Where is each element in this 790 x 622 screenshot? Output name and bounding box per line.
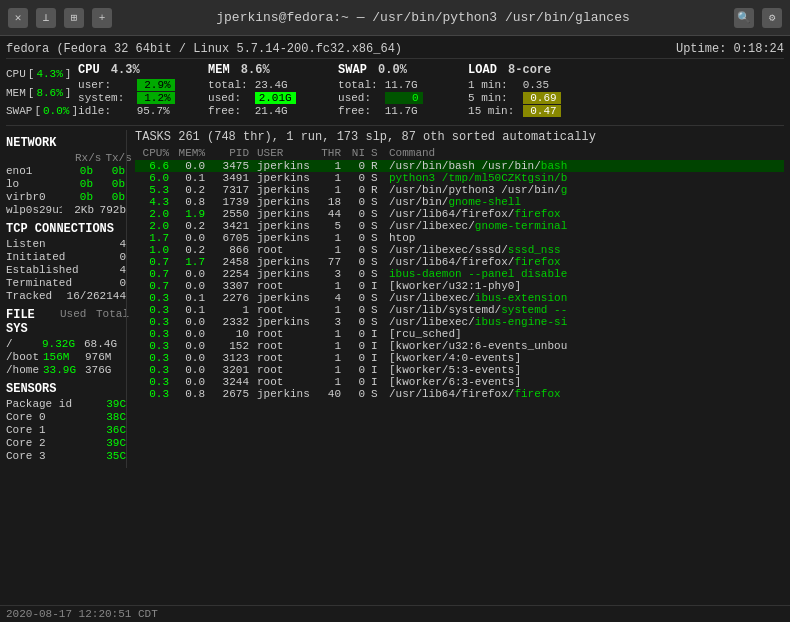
network-virbr0-tx: 0b [97,191,125,203]
proc-cpu: 1.0 [135,244,173,256]
proc-cmd: /usr/bin/python3 /usr/bin/g [385,184,784,196]
fs-boot-total: 976M [85,351,111,363]
proc-mem: 0.1 [173,292,211,304]
cpu-mini-label: CPU [6,65,26,84]
table-row: 0.30.03123root10I[kworker/4:0-events] [135,352,784,364]
table-row: 0.30.010root10I[rcu_sched] [135,328,784,340]
proc-status: I [369,340,385,352]
proc-mem: 0.0 [173,352,211,364]
table-row: 0.30.82675jperkins400S/usr/lib64/firefox… [135,388,784,400]
load-stats: LOAD 8-core 1 min: 0.35 5 min: 0.69 15 m… [468,63,588,118]
table-row: 4.30.81739jperkins180S/usr/bin/gnome-she… [135,196,784,208]
proc-thr: 3 [313,268,345,280]
proc-cpu: 1.7 [135,232,173,244]
proc-pid: 2254 [211,268,253,280]
proc-cpu: 0.3 [135,364,173,376]
tcp-initiated-val: 0 [119,251,126,263]
network-virbr0-rx: 0b [65,191,93,203]
network-wlp-tx: 792b [98,204,126,216]
mem-label: MEM [208,63,230,77]
proc-cmd: /usr/libexec/ibus-engine-si [385,316,784,328]
swap-total-label: total: [338,79,378,91]
settings-button[interactable]: ⚙ [762,8,782,28]
load-cores: 8-core [508,63,551,77]
network-col-name-header [6,152,71,164]
mem-free-label: free: [208,105,248,117]
close-button[interactable]: ✕ [8,8,28,28]
mem-stats: MEM 8.6% total: 23.4G used: 2.01G free: … [208,63,338,118]
proc-cmd: ibus-daemon --panel disable [385,268,784,280]
sensors-section: SENSORS Package id 39C Core 0 38C Core 1… [6,382,126,462]
new-tab-button[interactable]: + [92,8,112,28]
proc-ni: 0 [345,280,369,292]
col-ni-header: NI [345,147,369,159]
swap-label: SWAP [338,63,367,77]
sensors-core1-row: Core 1 36C [6,424,126,436]
proc-thr: 1 [313,184,345,196]
proc-mem: 0.2 [173,220,211,232]
proc-ni: 0 [345,268,369,280]
proc-status: S [369,172,385,184]
proc-mem: 0.0 [173,232,211,244]
proc-user: root [253,328,313,340]
proc-ni: 0 [345,304,369,316]
minimize-button[interactable]: ⊥ [36,8,56,28]
proc-thr: 1 [313,172,345,184]
tcp-tracked-val: 16/262144 [67,290,126,302]
proc-ni: 0 [345,256,369,268]
network-wlp-row: wlp0s29u1u2 2Kb 792b [6,204,126,216]
col-user-header: USER [253,147,313,159]
proc-thr: 44 [313,208,345,220]
mem-free-val: 21.4G [255,105,288,117]
fs-root-row: / 9.32G 68.4G [6,338,126,350]
proc-ni: 0 [345,232,369,244]
proc-user: jperkins [253,220,313,232]
proc-cmd: htop [385,232,784,244]
proc-pid: 3244 [211,376,253,388]
swap-free-label: free: [338,105,378,117]
maximize-button[interactable]: ⊞ [64,8,84,28]
stats-row: CPU [ 4.3% ] MEM [ 8.6% ] SWAP [ 0.0% ] … [6,63,784,126]
proc-mem: 0.0 [173,328,211,340]
proc-user: jperkins [253,208,313,220]
network-wlp-name: wlp0s29u1u2 [6,204,62,216]
proc-pid: 3491 [211,172,253,184]
search-button[interactable]: 🔍 [734,8,754,28]
titlebar: ✕ ⊥ ⊞ + jperkins@fedora:~ — /usr/bin/pyt… [0,0,790,36]
filesys-total-header: Total [96,308,129,336]
proc-status: S [369,196,385,208]
table-row: 0.70.02254jperkins30Sibus-daemon --panel… [135,268,784,280]
table-row: 5.30.27317jperkins10R/usr/bin/python3 /u… [135,184,784,196]
proc-thr: 1 [313,376,345,388]
fs-root-name: / [6,338,38,350]
uptime: Uptime: 0:18:24 [676,42,784,56]
swap-total-val: 11.7G [385,79,418,91]
cpu-stats: CPU 4.3% user: 2.9% system: 1.2% idle: 9… [78,63,208,118]
swap-mini-label-row: SWAP [ 0.0% ] [6,102,78,121]
table-row: 0.71.72458jperkins770S/usr/lib64/firefox… [135,256,784,268]
timestamp: 2020-08-17 12:20:51 CDT [6,608,158,620]
mem-total-label: total: [208,79,248,91]
proc-ni: 0 [345,172,369,184]
network-eno1-row: eno1 0b 0b [6,165,126,177]
swap-free-val: 11.7G [385,105,418,117]
proc-status: S [369,220,385,232]
proc-cpu: 0.3 [135,352,173,364]
table-row: 2.00.23421jperkins50S/usr/libexec/gnome-… [135,220,784,232]
process-list: 6.60.03475jperkins10R/usr/bin/bash /usr/… [135,160,784,400]
sensors-core2-row: Core 2 39C [6,437,126,449]
proc-cpu: 0.3 [135,304,173,316]
proc-cmd: [rcu_sched] [385,328,784,340]
fs-home-name: /home [6,364,39,376]
proc-pid: 2550 [211,208,253,220]
proc-pid: 7317 [211,184,253,196]
sensors-core1-val: 36C [106,424,126,436]
mem-mini-val: 8.6% [36,84,62,103]
fs-boot-used: 156M [43,351,81,363]
table-row: 0.30.02332jperkins30S/usr/libexec/ibus-e… [135,316,784,328]
proc-cpu: 0.3 [135,388,173,400]
network-eno1-tx: 0b [97,165,125,177]
network-virbr0-name: virbr0 [6,191,61,203]
proc-pid: 3201 [211,364,253,376]
proc-thr: 40 [313,388,345,400]
